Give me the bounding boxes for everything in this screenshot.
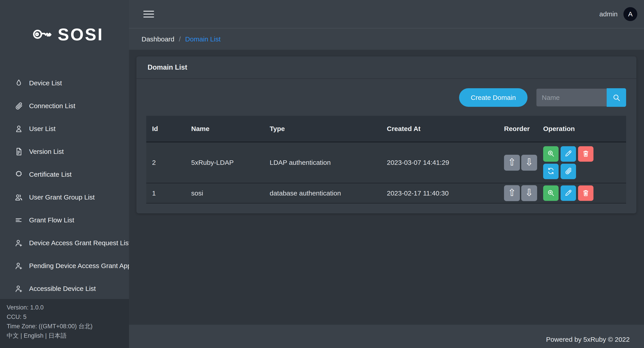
create-domain-button[interactable]: Create Domain: [459, 88, 528, 107]
cell-name: sosi: [185, 190, 264, 197]
sidebar-item-connection-list[interactable]: Connection List: [0, 94, 129, 117]
search-group: [536, 88, 626, 107]
sidebar-item-version-list[interactable]: Version List: [0, 140, 129, 163]
column-header-name: Name: [185, 125, 264, 133]
refresh-icon: [547, 167, 555, 176]
cell-operation: [537, 146, 626, 179]
column-header-created-at: Created At: [381, 125, 498, 133]
delete-button[interactable]: [578, 186, 594, 201]
footer-text: Powered by 5xRuby © 2022: [546, 336, 630, 343]
sidebar-info-line: Version: 1.0.0: [7, 303, 128, 312]
sidebar-info-line: Time Zone: ((GMT+08:00) 台北): [7, 321, 128, 331]
language-link-english[interactable]: English: [24, 332, 44, 339]
trash-icon: [582, 149, 590, 158]
sidebar-item-grant-flow-list[interactable]: Grant Flow List: [0, 209, 129, 232]
magnifier-icon: [612, 93, 621, 102]
breadcrumb-domain-list[interactable]: Domain List: [185, 35, 220, 43]
move-up-button[interactable]: ⇧: [504, 155, 520, 171]
cell-reorder: ⇧⇩: [498, 185, 537, 201]
sidebar-toggle-icon[interactable]: [143, 9, 154, 20]
pencil-icon: [564, 189, 572, 198]
sidebar-item-certificate-list[interactable]: Certificate List: [0, 163, 129, 186]
cell-created-at: 2023-02-17 11:40:30: [381, 190, 498, 197]
edit-button[interactable]: [560, 186, 576, 201]
users-icon: [14, 193, 23, 202]
sidebar-item-label: Certificate List: [29, 171, 72, 178]
sidebar-info-line: CCU: 5: [7, 312, 128, 321]
table-header-row: IdNameTypeCreated AtReorderOperation: [146, 116, 626, 142]
user-icon: [14, 124, 23, 133]
certificate-icon: [14, 170, 23, 179]
user-plus-icon: [14, 239, 23, 247]
trash-icon: [582, 189, 590, 198]
table-row-domain-1: 1sosidatabase authentication2023-02-17 1…: [146, 184, 626, 204]
cell-created-at: 2023-03-07 14:41:29: [381, 159, 498, 166]
move-down-button[interactable]: ⇩: [521, 185, 537, 201]
sidebar-item-user-grant-group-list[interactable]: User Grant Group List: [0, 186, 129, 209]
sidebar-item-label: Version List: [29, 148, 64, 155]
move-down-arrow-icon: ⇩: [525, 185, 533, 201]
paperclip-icon: [14, 101, 23, 110]
cell-operation: [537, 186, 626, 201]
breadcrumb-separator: /: [179, 35, 181, 43]
card-title: Domain List: [136, 56, 636, 79]
breadcrumb-dashboard[interactable]: Dashboard: [142, 35, 174, 43]
zoom-in-icon: [547, 189, 555, 198]
refresh-button[interactable]: [543, 164, 558, 179]
sidebar-item-label: Accessible Device List: [29, 285, 96, 292]
move-up-button[interactable]: ⇧: [504, 185, 520, 201]
move-up-arrow-icon: ⇧: [508, 155, 516, 170]
search-button[interactable]: [607, 88, 626, 107]
cell-type: LDAP authentication: [264, 159, 381, 166]
user-plus-icon: [14, 284, 23, 293]
sidebar-item-label: User Grant Group List: [29, 194, 94, 201]
sidebar-item-label: Connection List: [29, 102, 75, 110]
cell-id: 2: [146, 159, 185, 166]
column-header-type: Type: [264, 125, 381, 133]
column-header-id: Id: [146, 125, 185, 133]
sidebar-item-label: Device List: [29, 79, 62, 87]
droplet-icon: [14, 79, 23, 88]
breadcrumb: Dashboard / Domain List: [129, 29, 644, 50]
sidebar-menu: Device ListConnection ListUser ListVersi…: [0, 72, 129, 300]
edit-button[interactable]: [560, 146, 576, 162]
topbar: admin A: [129, 0, 644, 29]
user-plus-icon: [14, 261, 23, 270]
main-area: admin A Dashboard / Domain List Domain L…: [129, 0, 644, 348]
sidebar-item-accessible-device-list[interactable]: Accessible Device List: [0, 277, 129, 300]
sidebar-item-label: User List: [29, 125, 56, 133]
sidebar-item-label: Pending Device Access Grant Approval Lis…: [29, 262, 129, 270]
move-up-arrow-icon: ⇧: [508, 185, 516, 201]
language-link-中文[interactable]: 中文: [7, 332, 19, 339]
user-name: admin: [599, 10, 618, 18]
cell-name: 5xRuby-LDAP: [185, 159, 264, 166]
sidebar: SOSI Device ListConnection ListUser List…: [0, 0, 129, 348]
search-input[interactable]: [536, 88, 607, 107]
sidebar-item-label: Grant Flow List: [29, 216, 74, 224]
sidebar-item-label: Device Access Grant Request List: [29, 239, 129, 247]
zoom-in-button[interactable]: [543, 146, 558, 162]
table-toolbar: Create Domain: [146, 88, 626, 107]
app-logo[interactable]: SOSI: [31, 24, 104, 45]
move-down-arrow-icon: ⇩: [525, 155, 533, 170]
language-switcher: 中文 | English | 日本語: [7, 331, 128, 340]
flow-icon: [14, 216, 23, 225]
sidebar-item-device-list[interactable]: Device List: [0, 72, 129, 94]
move-down-button[interactable]: ⇩: [521, 155, 537, 171]
language-link-日本語[interactable]: 日本語: [48, 332, 67, 339]
footer: Powered by 5xRuby © 2022: [129, 325, 644, 348]
key-icon: [31, 24, 53, 45]
delete-button[interactable]: [578, 146, 594, 162]
logo-text: SOSI: [58, 25, 104, 44]
zoom-in-icon: [547, 149, 555, 158]
sidebar-item-pending-device-access-grant-approval-list[interactable]: Pending Device Access Grant Approval Lis…: [0, 254, 129, 277]
cell-type: database authentication: [264, 190, 381, 197]
zoom-in-button[interactable]: [543, 186, 558, 201]
sidebar-item-device-access-grant-request-list[interactable]: Device Access Grant Request List: [0, 232, 129, 254]
cell-id: 1: [146, 190, 185, 197]
table-row-domain-2: 25xRuby-LDAPLDAP authentication2023-03-0…: [146, 142, 626, 184]
column-header-operation: Operation: [537, 125, 626, 133]
avatar[interactable]: A: [624, 7, 637, 21]
sidebar-item-user-list[interactable]: User List: [0, 117, 129, 140]
attach-button[interactable]: [560, 164, 576, 179]
